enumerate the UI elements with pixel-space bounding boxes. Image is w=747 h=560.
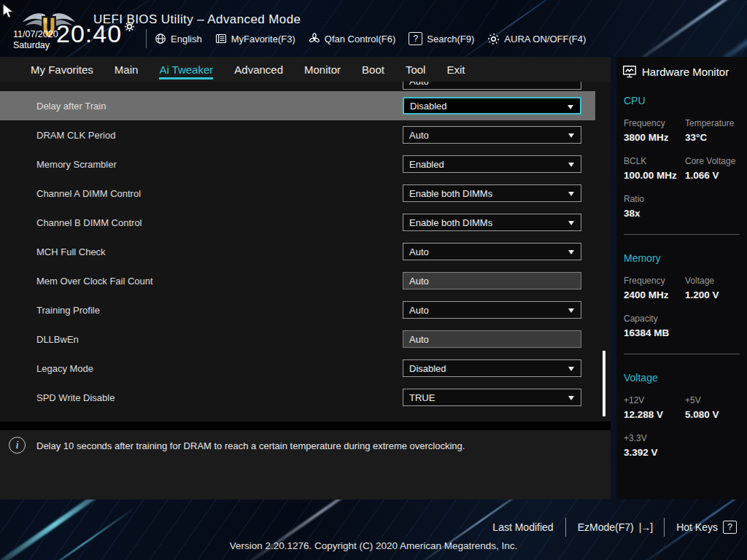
- tab-monitor[interactable]: Monitor: [304, 57, 341, 82]
- setting-row-mch-full-check[interactable]: MCH Full Check Auto: [0, 237, 611, 266]
- setting-row-channel-a-dimm-control[interactable]: Channel A DIMM Control Enable both DIMMs: [0, 179, 611, 208]
- section-divider: [624, 234, 740, 235]
- date-display: 11/07/2020 Saturday: [13, 29, 58, 51]
- setting-row-delay-after-train[interactable]: Delay after Train Disabled: [0, 91, 595, 120]
- hm-row: Capacity16384 MB: [624, 314, 747, 339]
- partial-dropdown[interactable]: Auto: [403, 82, 581, 90]
- hm-label: +5V: [685, 395, 747, 405]
- dropdown-arrow-icon: [568, 221, 574, 225]
- setting-row-spd-write-disable[interactable]: SPD Write Disable TRUE: [0, 383, 611, 412]
- channel-a-dimm-dropdown[interactable]: Enable both DIMMs: [403, 184, 581, 202]
- setting-row-mem-over-clock-fail-count[interactable]: Mem Over Clock Fail Count Auto: [0, 266, 611, 295]
- hm-value: 3.392 V: [624, 447, 685, 459]
- description-panel: i Delay 10 seconds after training for DR…: [0, 430, 611, 499]
- search-label: Search(F9): [427, 34, 474, 44]
- ezmode-label: EzMode(F7): [578, 521, 634, 533]
- setting-row-memory-scrambler[interactable]: Memory Scrambler Enabled: [0, 149, 611, 179]
- hm-label: Frequency: [624, 118, 685, 128]
- favorites-list-icon: [215, 33, 227, 44]
- menu-divider: [146, 29, 147, 48]
- panel-gap: [0, 421, 611, 430]
- hm-label: +3.3V: [624, 433, 685, 443]
- hm-value: 100.00 MHz: [624, 170, 685, 182]
- hm-value: 1.200 V: [685, 289, 747, 301]
- myfavorite-button[interactable]: MyFavorite(F3): [215, 33, 295, 44]
- hm-row: Frequency2400 MHz Voltage1.200 V: [624, 276, 747, 301]
- clock-settings-gear-icon[interactable]: [124, 21, 135, 35]
- setting-row-dram-clk-period[interactable]: DRAM CLK Period Auto: [0, 120, 611, 149]
- tab-boot[interactable]: Boot: [362, 57, 384, 82]
- hm-row: BCLK100.00 MHz Core Voltage1.066 V: [624, 156, 747, 182]
- hot-keys-label: Hot Keys: [676, 521, 718, 533]
- footer-divider: [565, 518, 566, 537]
- ezmode-button[interactable]: EzMode(F7) |→]: [578, 521, 653, 533]
- description-text: Delay 10 seconds after training for DRAM…: [36, 440, 584, 452]
- hm-row: Frequency3800 MHz Temperature33°C: [624, 118, 747, 144]
- dropdown-arrow-icon: [568, 192, 574, 196]
- setting-row-channel-b-dimm-control[interactable]: Channel B DIMM Control Enable both DIMMs: [0, 208, 611, 237]
- footer-divider: [664, 518, 665, 537]
- hm-value: 1.066 V: [685, 170, 747, 182]
- info-icon: i: [9, 437, 26, 454]
- language-button[interactable]: English: [155, 33, 202, 44]
- mem-over-clock-fail-count-field: Auto: [403, 272, 581, 289]
- tab-exit[interactable]: Exit: [446, 57, 465, 82]
- tab-advanced[interactable]: Advanced: [234, 57, 283, 82]
- dropdown-arrow-icon: [568, 163, 574, 167]
- hm-label: Voltage: [685, 276, 747, 286]
- legacy-mode-dropdown[interactable]: Disabled: [403, 359, 581, 377]
- section-title-memory: Memory: [624, 252, 747, 264]
- qfan-control-button[interactable]: Qfan Control(F6): [309, 33, 396, 44]
- hm-value: 3800 MHz: [624, 132, 685, 144]
- last-modified-button[interactable]: Last Modified: [492, 521, 553, 533]
- scrollbar-thumb[interactable]: [603, 351, 605, 416]
- hm-label: BCLK: [624, 156, 685, 166]
- header: UEFI BIOS Utility – Advanced Mode 11/07/…: [0, 0, 747, 57]
- globe-icon: [155, 33, 166, 44]
- spd-write-disable-dropdown[interactable]: TRUE: [403, 389, 581, 406]
- dropdown-arrow-icon: [568, 396, 574, 400]
- hm-label: Temperature: [685, 118, 747, 128]
- hm-value: 33°C: [685, 132, 747, 144]
- setting-row-partial: Auto: [0, 82, 611, 91]
- hm-value: 5.080 V: [685, 409, 747, 421]
- hm-value: 2400 MHz: [624, 289, 685, 301]
- hardware-monitor-panel: Hardware Monitor CPU Frequency3800 MHz T…: [616, 57, 747, 499]
- training-profile-dropdown[interactable]: Auto: [403, 301, 581, 319]
- aura-label: AURA ON/OFF(F4): [504, 34, 586, 44]
- hm-value: 12.288 V: [624, 409, 685, 421]
- section-divider: [624, 354, 740, 354]
- dropdown-arrow-icon: [568, 250, 574, 254]
- hm-value: 38x: [624, 208, 685, 219]
- hm-value: 16384 MB: [624, 327, 685, 339]
- hm-row: Ratio38x: [624, 194, 747, 219]
- hot-keys-button[interactable]: Hot Keys ?: [676, 521, 737, 534]
- search-button[interactable]: ? Search(F9): [409, 32, 474, 45]
- tab-tool[interactable]: Tool: [406, 57, 426, 82]
- language-label: English: [171, 34, 202, 44]
- date-text: 11/07/2020: [13, 29, 58, 40]
- setting-row-legacy-mode[interactable]: Legacy Mode Disabled: [0, 354, 611, 383]
- hm-row: +3.3V3.392 V: [624, 433, 747, 459]
- aura-button[interactable]: AURA ON/OFF(F4): [487, 33, 586, 45]
- hardware-monitor-header: Hardware Monitor: [616, 57, 747, 79]
- memory-scrambler-dropdown[interactable]: Enabled: [403, 155, 581, 173]
- tab-ai-tweaker[interactable]: Ai Tweaker: [159, 57, 213, 82]
- monitor-icon: [622, 65, 637, 79]
- tab-my-favorites[interactable]: My Favorites: [31, 57, 93, 82]
- setting-row-dllbwen[interactable]: DLLBwEn Auto: [0, 324, 611, 354]
- dram-clk-period-dropdown[interactable]: Auto: [403, 126, 581, 144]
- delay-after-train-dropdown[interactable]: Disabled: [403, 97, 581, 114]
- channel-b-dimm-dropdown[interactable]: Enable both DIMMs: [403, 214, 581, 231]
- light-streak: [33, 508, 136, 560]
- dropdown-arrow-icon: [568, 308, 574, 313]
- dropdown-arrow-icon: [568, 133, 574, 138]
- enter-ezmode-icon: |→]: [639, 521, 653, 533]
- aura-sun-icon: [487, 33, 500, 45]
- setting-row-training-profile[interactable]: Training Profile Auto: [0, 295, 611, 324]
- mch-full-check-dropdown[interactable]: Auto: [403, 243, 581, 260]
- quick-menu: English MyFavorite(F3) Qfan Control(F6) …: [155, 32, 586, 45]
- hm-label: Core Voltage: [685, 156, 747, 166]
- tab-main[interactable]: Main: [115, 57, 139, 82]
- day-text: Saturday: [13, 40, 58, 51]
